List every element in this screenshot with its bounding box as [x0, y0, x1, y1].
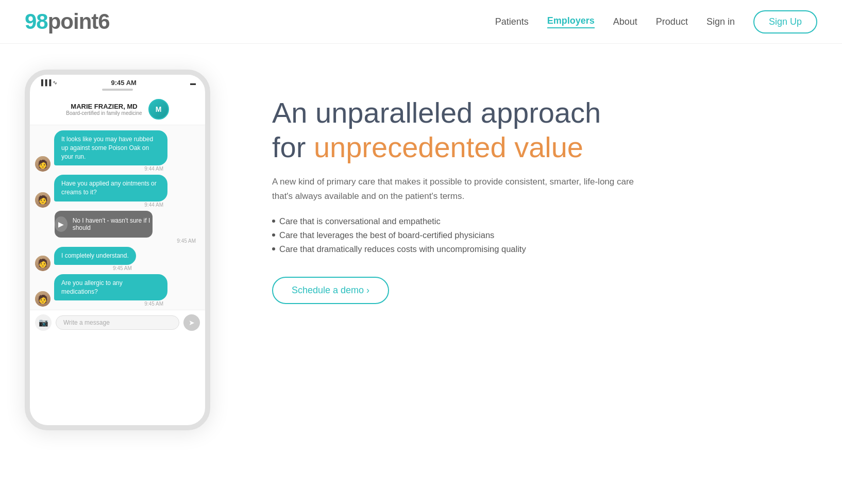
- header: 98point6 Patients Employers About Produc…: [0, 0, 842, 44]
- chat-bubble: Are you allergic to any medications?: [54, 274, 167, 301]
- phone-section: ▐▐▐ ∿ 9:45 AM ▬ MARIE FRAZIER, MD Board-…: [25, 70, 241, 430]
- chat-bubble: I completely understand.: [54, 247, 136, 265]
- chat-timestamp: 9:45 AM: [54, 265, 132, 271]
- patient-avatar: 🧑: [35, 291, 50, 307]
- main-content: ▐▐▐ ∿ 9:45 AM ▬ MARIE FRAZIER, MD Board-…: [0, 44, 842, 477]
- chat-col: Have you applied any ointments or creams…: [54, 175, 167, 208]
- headline-line1: An unparalleled approach: [272, 96, 601, 129]
- patient-avatar: 🧑: [35, 256, 50, 271]
- chat-bubble: It looks like you may have rubbed up aga…: [54, 130, 167, 165]
- chat-bubble: Have you applied any ointments or creams…: [54, 175, 167, 201]
- chat-header-info: MARIE FRAZIER, MD Board-certified in fam…: [66, 103, 142, 116]
- bullet-dot: [272, 247, 275, 250]
- feature-list: Care that is conversational and empathet…: [272, 214, 817, 256]
- nav-signin[interactable]: Sign in: [706, 16, 735, 27]
- headline-accent: unprecedented value: [314, 131, 583, 163]
- doctor-name: MARIE FRAZIER, MD: [66, 103, 142, 110]
- nav-about[interactable]: About: [613, 16, 637, 27]
- phone-time: 9:45 AM: [111, 79, 137, 87]
- avatar-img: 🧑: [35, 256, 50, 271]
- patient-avatar: 🧑: [35, 192, 50, 208]
- chat-messages: 🧑 It looks like you may have rubbed up a…: [30, 125, 205, 310]
- phone-frame: ▐▐▐ ∿ 9:45 AM ▬ MARIE FRAZIER, MD Board-…: [25, 70, 210, 430]
- chat-timestamp: 9:44 AM: [54, 202, 163, 208]
- nav-patients[interactable]: Patients: [495, 16, 529, 27]
- chat-timestamp: 9:45 AM: [54, 301, 163, 307]
- video-bubble[interactable]: ▶ No I haven't - wasn't sure if I should: [55, 211, 153, 238]
- phone-speaker: [102, 89, 133, 91]
- chat-col-video: ▶ No I haven't - wasn't sure if I should…: [35, 211, 200, 244]
- chat-timestamp: 9:45 AM: [35, 238, 196, 244]
- list-item: Care that dramatically reduces costs wit…: [272, 242, 817, 256]
- list-item: Care that leverages the best of board-ce…: [272, 228, 817, 242]
- chat-timestamp: 9:44 AM: [54, 166, 163, 172]
- chat-col: I completely understand. 9:45 AM: [54, 247, 136, 271]
- main-nav: Patients Employers About Product Sign in…: [495, 10, 817, 33]
- schedule-demo-button[interactable]: Schedule a demo ›: [272, 277, 389, 304]
- nav-employers[interactable]: Employers: [547, 15, 595, 28]
- hero-subtext: A new kind of primary care that makes it…: [272, 175, 643, 203]
- camera-button[interactable]: 📷: [35, 314, 52, 331]
- signup-button[interactable]: Sign Up: [753, 10, 817, 33]
- logo-text: 98point6: [25, 9, 110, 34]
- phone-status-bar: ▐▐▐ ∿ 9:45 AM ▬: [30, 75, 205, 89]
- chat-header: MARIE FRAZIER, MD Board-certified in fam…: [30, 95, 205, 125]
- logo[interactable]: 98point6: [25, 9, 110, 34]
- headline-line2-plain: for: [272, 131, 314, 163]
- doctor-subtitle: Board-certified in family medicine: [66, 110, 142, 116]
- chat-row: 🧑 I completely understand. 9:45 AM: [35, 247, 200, 271]
- chat-col: Are you allergic to any medications? 9:4…: [54, 274, 167, 307]
- message-input[interactable]: Write a message: [56, 315, 179, 330]
- main-headline: An unparalleled approach for unprecedent…: [272, 95, 817, 164]
- chat-row: 🧑 Have you applied any ointments or crea…: [35, 175, 200, 208]
- play-button[interactable]: ▶: [55, 216, 68, 232]
- right-content: An unparalleled approach for unprecedent…: [272, 64, 817, 304]
- chat-input-bar: 📷 Write a message ➤: [30, 310, 205, 335]
- doctor-avatar-header: M: [148, 99, 169, 120]
- demo-btn-label: Schedule a demo ›: [292, 285, 369, 296]
- avatar-img: 🧑: [35, 156, 50, 172]
- logo-point6: point6: [48, 9, 110, 33]
- chat-row: 🧑 It looks like you may have rubbed up a…: [35, 130, 200, 172]
- video-text: No I haven't - wasn't sure if I should: [73, 217, 153, 231]
- avatar-img: 🧑: [35, 291, 50, 307]
- nav-product[interactable]: Product: [656, 16, 688, 27]
- list-item: Care that is conversational and empathet…: [272, 214, 817, 228]
- send-button[interactable]: ➤: [183, 314, 200, 331]
- chat-col: It looks like you may have rubbed up aga…: [54, 130, 167, 172]
- bullet-dot: [272, 220, 275, 223]
- avatar-img: 🧑: [35, 192, 50, 208]
- battery-icon: ▬: [190, 80, 196, 86]
- signal-icons: ▐▐▐ ∿: [39, 79, 57, 86]
- bullet-dot: [272, 233, 275, 237]
- chat-row: 🧑 Are you allergic to any medications? 9…: [35, 274, 200, 307]
- patient-avatar: 🧑: [35, 156, 50, 172]
- logo-98: 98: [25, 9, 48, 33]
